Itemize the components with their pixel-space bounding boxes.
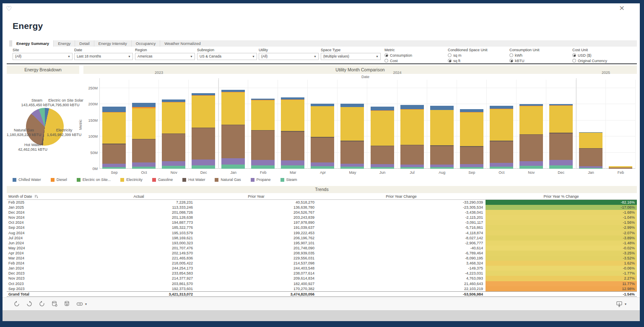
bar-segment-electricity[interactable] xyxy=(549,106,573,133)
cell-prior-year-change[interactable]: 4,763,093 xyxy=(317,276,486,281)
bar-segment-electricity[interactable] xyxy=(430,110,454,145)
redo-icon[interactable] xyxy=(26,301,33,307)
tab-detail[interactable]: Detail xyxy=(75,40,93,47)
cell-month[interactable]: Dec 2023 xyxy=(7,271,82,276)
favorite-heart-icon[interactable]: ♡ xyxy=(6,5,12,12)
cell-month[interactable]: Jan 2024 xyxy=(7,266,82,271)
bar-segment-chilled_water[interactable] xyxy=(371,107,394,110)
cell-prior-year-change[interactable]: -3,438,041 xyxy=(317,210,486,215)
cell-actual[interactable]: 218,005,422 xyxy=(82,261,195,266)
bar-segment-propane[interactable] xyxy=(371,164,394,167)
bar-segment-propane[interactable] xyxy=(549,160,573,165)
cell-actual[interactable]: 3,421,313,072 xyxy=(82,292,195,296)
cell-actual[interactable]: 201,707,476 xyxy=(82,246,195,251)
bar-slot-mar-6[interactable] xyxy=(278,80,308,169)
bar-segment-chilled_water[interactable] xyxy=(430,106,454,110)
share-dropdown-caret[interactable]: ▾ xyxy=(85,302,87,306)
stacked-bar[interactable] xyxy=(251,99,275,169)
stacked-bar[interactable] xyxy=(102,107,126,169)
cell-prior-year-pct-change[interactable]: -1.54% xyxy=(486,292,637,296)
pause-updates-icon[interactable] xyxy=(64,301,70,307)
cell-actual[interactable]: 185,322,776 xyxy=(82,225,195,230)
cell-prior-year[interactable]: 197,978,890 xyxy=(195,220,317,225)
stacked-bar[interactable] xyxy=(281,97,304,169)
table-row[interactable]: Mar 2024221,465,836229,556,031-8,090,195… xyxy=(7,256,637,261)
bar-segment-steam[interactable] xyxy=(311,166,334,169)
bar-slot-jan-16[interactable] xyxy=(576,80,606,169)
refresh-data-icon[interactable] xyxy=(51,301,58,307)
cell-month[interactable]: Apr 2024 xyxy=(7,251,82,256)
bar-segment-natural_gas[interactable] xyxy=(579,149,602,166)
stacked-bar[interactable] xyxy=(519,104,543,169)
bar-segment-propane[interactable] xyxy=(162,161,185,166)
table-row[interactable]: Feb 2024218,005,422214,537,0983,468,3241… xyxy=(7,261,637,266)
share-icon[interactable] xyxy=(76,301,83,307)
radio-selected-icon[interactable] xyxy=(509,59,513,63)
cell-prior-year-pct-change[interactable]: -1.68% xyxy=(486,210,637,215)
radio-unselected-icon[interactable] xyxy=(448,53,452,57)
radio-option[interactable]: kWh xyxy=(509,53,540,58)
bar-segment-steam[interactable] xyxy=(132,167,156,169)
stacked-bar[interactable] xyxy=(162,99,185,169)
cell-prior-year[interactable]: 3,474,820,056 xyxy=(195,292,317,296)
radio-option[interactable]: Cost xyxy=(384,58,412,63)
bar-segment-natural_gas[interactable] xyxy=(460,147,483,165)
bar-slot-jul-10[interactable] xyxy=(397,80,427,169)
cell-actual[interactable]: 198,169,621 xyxy=(82,235,195,241)
bar-segment-electricity[interactable] xyxy=(519,106,543,134)
cell-month[interactable]: Jun 2024 xyxy=(7,241,82,246)
table-row[interactable]: Sep 2023192,373,601170,270,38222,103,219… xyxy=(7,286,637,291)
cell-prior-year-change[interactable]: -6,789,464 xyxy=(317,251,486,256)
bar-segment-electricity[interactable] xyxy=(132,108,156,139)
energy-breakdown-pie[interactable] xyxy=(26,108,64,146)
bar-segment-steam[interactable] xyxy=(281,165,304,169)
cell-prior-year-change[interactable]: -2,115,201 xyxy=(317,215,486,220)
cell-prior-year[interactable]: 204,526,767 xyxy=(195,210,317,215)
column-header-prior-year-pct-change[interactable]: Prior Year % Change xyxy=(486,194,637,199)
cell-prior-year-change[interactable]: -23,305,534 xyxy=(317,205,486,210)
bar-segment-steam[interactable] xyxy=(579,168,602,169)
bar-slot-jan-4[interactable] xyxy=(218,80,248,169)
radio-selected-icon[interactable] xyxy=(572,53,576,57)
bar-segment-propane[interactable] xyxy=(519,161,543,166)
cell-actual[interactable]: 244,254,173 xyxy=(82,266,195,271)
legend-item-propane[interactable]: Propane xyxy=(251,178,271,182)
table-row[interactable]: Oct 2024194,887,773197,978,890-3,091,117… xyxy=(7,220,637,225)
cell-month[interactable]: Sep 2024 xyxy=(7,225,82,230)
cell-prior-year-pct-change[interactable]: -1.77% xyxy=(486,271,637,276)
filter-dropdown[interactable]: Last 18 months▼ xyxy=(74,53,133,60)
cell-prior-year-pct-change[interactable]: -1.48% xyxy=(486,241,637,246)
bar-segment-steam[interactable] xyxy=(549,165,573,169)
bar-segment-natural_gas[interactable] xyxy=(162,134,185,161)
bar-segment-electricity[interactable] xyxy=(281,100,304,131)
cell-prior-year-pct-change[interactable]: -2.99% xyxy=(486,225,637,230)
legend-item-natural_gas[interactable]: Natural Gas xyxy=(215,178,241,182)
bar-segment-natural_gas[interactable] xyxy=(192,128,215,160)
bar-segment-electricity[interactable] xyxy=(371,111,394,146)
stacked-bar[interactable] xyxy=(490,106,513,169)
cell-prior-year-change[interactable]: -40,614 xyxy=(317,246,486,251)
cell-prior-year[interactable]: 201,748,090 xyxy=(195,246,317,251)
cell-prior-year-change[interactable]: -4,118,874 xyxy=(317,230,486,235)
radio-unselected-icon[interactable] xyxy=(509,53,513,57)
bar-segment-steam[interactable] xyxy=(519,166,543,169)
bar-segment-chilled_water[interactable] xyxy=(490,106,513,109)
tab-energy[interactable]: Energy xyxy=(53,40,75,47)
bar-segment-steam[interactable] xyxy=(400,167,424,169)
bar-segment-natural_gas[interactable] xyxy=(609,167,632,169)
bar-segment-natural_gas[interactable] xyxy=(251,131,275,160)
cell-prior-year-change[interactable]: -149,375 xyxy=(317,266,486,271)
cell-month[interactable]: Nov 2023 xyxy=(7,276,82,281)
bar-segment-natural_gas[interactable] xyxy=(311,138,334,162)
radio-option[interactable]: Original Currency xyxy=(572,58,607,63)
cell-prior-year[interactable]: 209,614,834 xyxy=(195,276,317,281)
table-row[interactable]: Apr 2024202,149,570208,939,035-6,789,464… xyxy=(7,251,637,256)
stacked-bar[interactable] xyxy=(609,166,632,169)
cell-month[interactable]: Dec 2024 xyxy=(7,210,82,215)
tab-weather-normalized[interactable]: Weather Normalized xyxy=(160,40,205,47)
bar-segment-propane[interactable] xyxy=(102,164,126,167)
cell-actual[interactable]: 194,887,773 xyxy=(82,220,195,225)
radio-unselected-icon[interactable] xyxy=(572,59,576,63)
cell-prior-year-change[interactable]: -5,716,861 xyxy=(317,225,486,230)
radio-option[interactable]: sq ft xyxy=(448,58,488,63)
